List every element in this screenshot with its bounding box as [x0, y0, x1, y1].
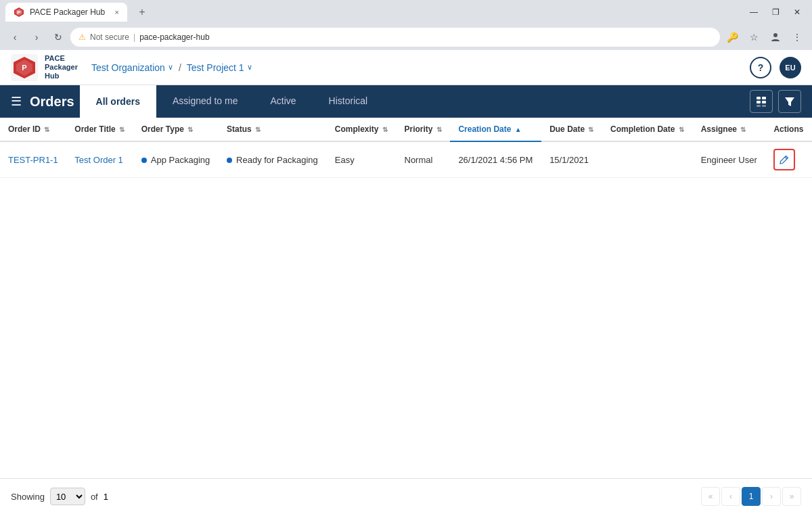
svg-rect-11 [762, 101, 766, 103]
col-due-date[interactable]: Due Date ⇅ [541, 118, 602, 141]
prev-page-button[interactable]: ‹ [721, 487, 740, 506]
sort-icon-order-type: ⇅ [187, 126, 193, 133]
project-chevron-icon: ∨ [247, 63, 252, 72]
col-creation-date[interactable]: Creation Date ▲ [450, 118, 541, 141]
org-chevron-icon: ∨ [168, 63, 173, 72]
header-actions: ? EU [750, 57, 801, 78]
table-header: Order ID ⇅ Order Title ⇅ Order Type ⇅ [0, 118, 812, 141]
creation-date-value: 26/1/2021 4:56 PM [458, 155, 533, 165]
order-type-value: App Packaging [151, 155, 210, 165]
page-title: Orders [30, 94, 74, 110]
assignee-value: Engineer User [701, 155, 757, 165]
table-body: TEST-PR1-1 Test Order 1 App Packaging Re… [0, 141, 812, 178]
col-order-title[interactable]: Order Title ⇅ [66, 118, 133, 141]
project-name-label: Test Project 1 [187, 62, 244, 73]
svg-rect-10 [757, 101, 761, 103]
cell-order-id: TEST-PR1-1 [0, 141, 66, 178]
nav-forward-button[interactable]: › [27, 28, 46, 47]
cell-complexity: Easy [327, 141, 397, 178]
new-tab-button[interactable]: + [133, 3, 152, 22]
svg-text:P: P [22, 64, 26, 72]
complexity-value: Easy [335, 155, 355, 165]
not-secure-label: Not secure [90, 32, 129, 42]
svg-rect-13 [762, 105, 766, 107]
address-url: pace-packager-hub [139, 32, 209, 42]
cell-order-type: App Packaging [133, 141, 219, 178]
tab-close-btn[interactable]: × [115, 8, 119, 16]
nav-back-button[interactable]: ‹ [5, 28, 24, 47]
cell-actions [765, 141, 812, 178]
nav-bar: ☰ Orders All orders Assigned to me Activ… [0, 85, 812, 118]
window-minimize-button[interactable]: — [744, 3, 763, 22]
tab-title: PACE Packager Hub [30, 7, 105, 17]
browser-tab[interactable]: P PACE Packager Hub × [5, 3, 127, 22]
order-type-dot [141, 158, 147, 163]
col-order-id[interactable]: Order ID ⇅ [0, 118, 66, 141]
cell-completion-date [602, 141, 693, 178]
page-1-button[interactable]: 1 [742, 487, 761, 506]
breadcrumb-separator: / [179, 62, 181, 73]
sort-icon-creation-date: ▲ [515, 126, 522, 133]
app-logo: P PACE Packager Hub [11, 54, 78, 81]
order-id-link[interactable]: TEST-PR1-1 [8, 155, 58, 165]
user-account-button[interactable] [766, 28, 785, 47]
help-button[interactable]: ? [750, 57, 771, 78]
total-pages-label: 1 [104, 492, 108, 502]
svg-rect-9 [762, 97, 766, 99]
breadcrumb-project[interactable]: Test Project 1 ∨ [187, 62, 252, 73]
logo-icon: P [11, 54, 38, 81]
tab-all-orders[interactable]: All orders [80, 85, 156, 118]
svg-rect-12 [757, 105, 761, 107]
col-priority[interactable]: Priority ⇅ [397, 118, 451, 141]
col-actions: Actions [765, 118, 812, 141]
svg-text:P: P [17, 9, 21, 16]
status-dot [227, 158, 232, 163]
col-order-type[interactable]: Order Type ⇅ [133, 118, 219, 141]
col-status[interactable]: Status ⇅ [219, 118, 327, 141]
breadcrumb-org[interactable]: Test Organization ∨ [91, 62, 173, 73]
col-assignee[interactable]: Assignee ⇅ [693, 118, 766, 141]
nav-refresh-button[interactable]: ↻ [49, 28, 68, 47]
cell-priority: Normal [397, 141, 451, 178]
table-footer: Showing 10 25 50 100 of 1 « ‹ 1 › » [0, 478, 812, 514]
col-complexity[interactable]: Complexity ⇅ [327, 118, 397, 141]
logo-text: PACE Packager Hub [45, 54, 78, 81]
tab-active[interactable]: Active [254, 85, 312, 118]
security-warning-icon: ⚠ [78, 32, 86, 42]
user-avatar[interactable]: EU [780, 57, 801, 78]
cell-creation-date: 26/1/2021 4:56 PM [450, 141, 541, 178]
sort-icon-order-id: ⇅ [44, 126, 49, 133]
org-name-label: Test Organization [91, 62, 165, 73]
cell-status: Ready for Packaging [219, 141, 327, 178]
address-bar[interactable]: ⚠ Not secure | pace-packager-hub [70, 28, 720, 47]
tab-favicon: P [14, 7, 24, 18]
edit-order-button[interactable] [773, 149, 795, 170]
filter-button[interactable] [778, 90, 801, 113]
svg-rect-8 [757, 97, 761, 99]
last-page-button[interactable]: » [782, 487, 801, 506]
bookmark-button[interactable]: ☆ [744, 28, 763, 47]
first-page-button[interactable]: « [701, 487, 720, 506]
col-completion-date[interactable]: Completion Date ⇅ [602, 118, 693, 141]
window-close-button[interactable]: ✕ [788, 3, 807, 22]
next-page-button[interactable]: › [762, 487, 781, 506]
sort-icon-due-date: ⇅ [588, 126, 593, 133]
orders-table-container: Order ID ⇅ Order Title ⇅ Order Type ⇅ [0, 118, 812, 478]
showing-label: Showing [11, 492, 45, 502]
tab-assigned-to-me[interactable]: Assigned to me [156, 85, 254, 118]
sort-icon-complexity: ⇅ [382, 126, 388, 133]
tab-historical[interactable]: Historical [313, 85, 384, 118]
grid-view-button[interactable] [750, 90, 773, 113]
browser-menu-button[interactable]: ⋮ [788, 28, 807, 47]
app-header: P PACE Packager Hub Test Organization ∨ … [0, 50, 812, 85]
key-icon-button[interactable]: 🔑 [723, 28, 742, 47]
cell-assignee: Engineer User [693, 141, 766, 178]
window-restore-button[interactable]: ❐ [766, 3, 785, 22]
hamburger-menu-button[interactable]: ☰ [11, 94, 22, 109]
sort-icon-assignee: ⇅ [740, 126, 746, 133]
per-page-select[interactable]: 10 25 50 100 [50, 488, 85, 505]
nav-bar-actions [750, 90, 801, 113]
sort-icon-priority: ⇅ [436, 126, 442, 133]
cell-due-date: 15/1/2021 [541, 141, 602, 178]
order-title-link[interactable]: Test Order 1 [74, 155, 123, 165]
